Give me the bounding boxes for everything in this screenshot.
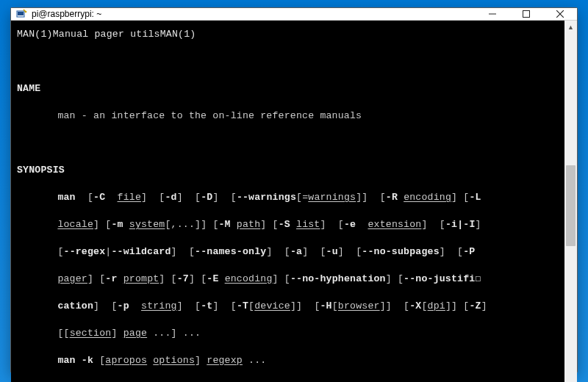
close-button[interactable] [543, 8, 577, 20]
maximize-button[interactable] [509, 8, 543, 20]
section-synopsis: SYNOPSIS [17, 164, 560, 177]
terminal-area: MAN(1)Manual pager utilsMAN(1) NAME man … [11, 21, 577, 382]
man-header-left: MAN(1) [17, 29, 53, 40]
window-title: pi@raspberrypi: ~ [32, 9, 476, 19]
man-header-right: MAN(1) [160, 29, 196, 40]
section-name: NAME [17, 82, 560, 96]
scrollbar[interactable]: ▲ ▼ [564, 21, 577, 382]
man-header-center: Manual pager utils [53, 29, 160, 40]
name-line: man - an interface to the on-line refere… [17, 109, 560, 123]
terminal-content[interactable]: MAN(1)Manual pager utilsMAN(1) NAME man … [11, 21, 564, 382]
scroll-thumb[interactable] [566, 165, 576, 246]
svg-rect-5 [523, 11, 530, 18]
titlebar[interactable]: pi@raspberrypi: ~ [11, 8, 577, 21]
svg-rect-1 [18, 12, 24, 15]
terminal-window: pi@raspberrypi: ~ MAN(1)Manual pager uti… [10, 7, 578, 373]
scroll-up-button[interactable]: ▲ [564, 21, 577, 33]
window-controls [476, 8, 577, 20]
scroll-track[interactable] [564, 33, 577, 382]
putty-icon [15, 8, 27, 20]
minimize-button[interactable] [476, 8, 509, 20]
svg-point-3 [25, 11, 27, 13]
